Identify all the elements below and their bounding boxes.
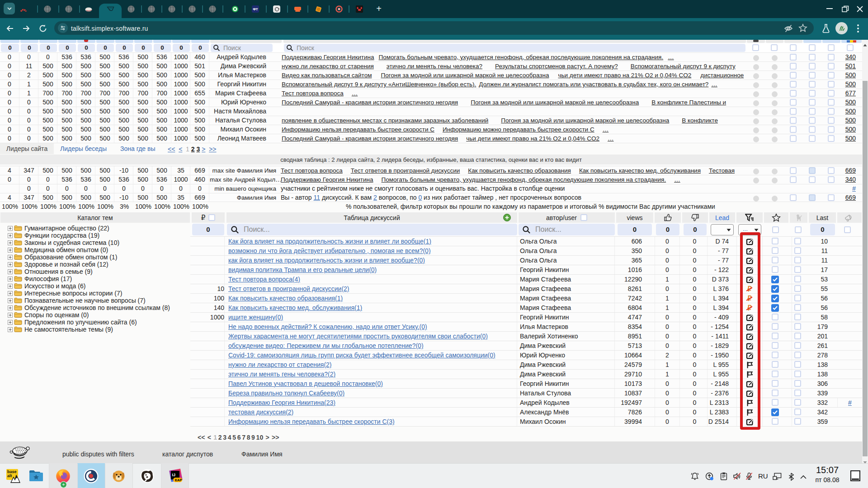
svg-text:IJ: IJ [172, 473, 176, 477]
svg-text:EAP: EAP [175, 478, 182, 482]
